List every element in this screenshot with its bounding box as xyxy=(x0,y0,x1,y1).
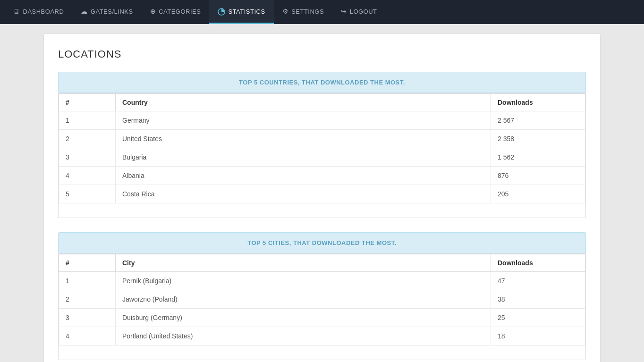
dashboard-icon: 🖥 xyxy=(13,8,20,15)
nav-gates-label: GATES/LINKS xyxy=(91,8,133,15)
table-row: 2 United States 2 358 xyxy=(59,130,585,148)
row-country[interactable]: Bulgaria xyxy=(116,148,491,167)
col-header-city: City xyxy=(116,254,491,272)
cities-section: TOP 5 CITIES, THAT DOWNLOADED THE MOST. … xyxy=(58,232,586,360)
table-row: 1 Germany 2 567 xyxy=(59,111,585,130)
countries-table-wrapper: # Country Downloads 1 Germany 2 567 2 Un… xyxy=(58,93,586,218)
nav-settings[interactable]: ⚙ SETTINGS xyxy=(274,0,333,24)
row-city[interactable]: Duisburg (Germany) xyxy=(116,309,491,327)
col-header-downloads-countries: Downloads xyxy=(491,94,585,111)
nav-logout-label: LOGOUT xyxy=(350,8,377,15)
countries-section: TOP 5 COUNTRIES, THAT DOWNLOADED THE MOS… xyxy=(58,72,586,218)
page-title: LOCATIONS xyxy=(58,48,586,60)
row-num: 5 xyxy=(59,185,116,203)
nav-dashboard[interactable]: 🖥 DASHBOARD xyxy=(5,0,72,24)
row-downloads: 38 xyxy=(491,290,585,309)
locations-card: LOCATIONS TOP 5 COUNTRIES, THAT DOWNLOAD… xyxy=(43,34,601,362)
countries-table-header-row: # Country Downloads xyxy=(59,94,585,111)
row-num: 3 xyxy=(59,148,116,167)
table-row: 4 Albania 876 xyxy=(59,167,585,185)
row-num: 4 xyxy=(59,327,116,345)
row-downloads: 25 xyxy=(491,309,585,327)
main-content: LOCATIONS TOP 5 COUNTRIES, THAT DOWNLOAD… xyxy=(0,24,644,362)
cities-table-header-row: # City Downloads xyxy=(59,254,585,272)
nav-categories-label: CATEGORIES xyxy=(159,8,201,15)
nav-dashboard-label: DASHBOARD xyxy=(23,8,64,15)
countries-section-header: TOP 5 COUNTRIES, THAT DOWNLOADED THE MOS… xyxy=(58,72,586,93)
table-row: 5 Costa Rica 205 xyxy=(59,185,585,203)
navbar: 🖥 DASHBOARD ☁ GATES/LINKS ⊕ CATEGORIES S… xyxy=(0,0,644,24)
row-num: 2 xyxy=(59,290,116,309)
categories-icon: ⊕ xyxy=(150,8,156,15)
row-city[interactable]: Portland (United States) xyxy=(116,327,491,345)
table-row: 2 Jaworzno (Poland) 38 xyxy=(59,290,585,309)
countries-table: # Country Downloads 1 Germany 2 567 2 Un… xyxy=(59,93,585,203)
cities-section-header: TOP 5 CITIES, THAT DOWNLOADED THE MOST. xyxy=(58,232,586,253)
nav-logout[interactable]: ↪ LOGOUT xyxy=(332,0,385,24)
table-row: 1 Pernik (Bulgaria) 47 xyxy=(59,272,585,290)
row-country[interactable]: United States xyxy=(116,130,491,148)
row-downloads: 205 xyxy=(491,185,585,203)
col-header-downloads-cities: Downloads xyxy=(491,254,585,272)
row-country[interactable]: Germany xyxy=(116,111,491,130)
gates-icon: ☁ xyxy=(81,8,88,15)
row-downloads: 18 xyxy=(491,327,585,345)
table-row: 3 Duisburg (Germany) 25 xyxy=(59,309,585,327)
row-downloads: 2 358 xyxy=(491,130,585,148)
row-downloads: 2 567 xyxy=(491,111,585,130)
nav-statistics[interactable]: STATISTICS xyxy=(209,0,273,24)
nav-categories[interactable]: ⊕ CATEGORIES xyxy=(142,0,210,24)
cities-table: # City Downloads 1 Pernik (Bulgaria) 47 … xyxy=(59,254,585,345)
nav-settings-label: SETTINGS xyxy=(291,8,324,15)
settings-icon: ⚙ xyxy=(282,8,289,15)
table-row: 4 Portland (United States) 18 xyxy=(59,327,585,345)
row-num: 4 xyxy=(59,167,116,185)
row-downloads: 1 562 xyxy=(491,148,585,167)
row-downloads: 876 xyxy=(491,167,585,185)
nav-gates-links[interactable]: ☁ GATES/LINKS xyxy=(72,0,141,24)
statistics-icon xyxy=(218,7,225,15)
row-num: 1 xyxy=(59,272,116,290)
row-downloads: 47 xyxy=(491,272,585,290)
row-num: 2 xyxy=(59,130,116,148)
col-header-num-cities: # xyxy=(59,254,116,272)
nav-statistics-label: STATISTICS xyxy=(228,8,265,15)
row-city[interactable]: Jaworzno (Poland) xyxy=(116,290,491,309)
row-city[interactable]: Pernik (Bulgaria) xyxy=(116,272,491,290)
row-country[interactable]: Costa Rica xyxy=(116,185,491,203)
row-num: 3 xyxy=(59,309,116,327)
row-country[interactable]: Albania xyxy=(116,167,491,185)
col-header-num-countries: # xyxy=(59,94,116,111)
row-num: 1 xyxy=(59,111,116,130)
table-row: 3 Bulgaria 1 562 xyxy=(59,148,585,167)
col-header-country: Country xyxy=(116,94,491,111)
cities-table-wrapper: # City Downloads 1 Pernik (Bulgaria) 47 … xyxy=(58,253,586,360)
logout-icon: ↪ xyxy=(341,8,347,15)
